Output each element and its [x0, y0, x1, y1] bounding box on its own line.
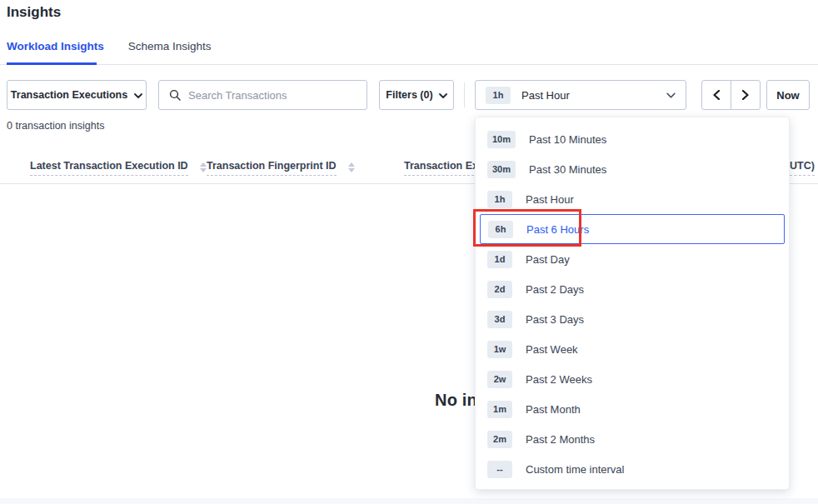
column-header-label: Transaction Fingerprint ID — [207, 160, 337, 176]
time-option-badge: 2m — [487, 431, 512, 448]
time-option-30m[interactable]: 30mPast 30 Minutes — [480, 154, 785, 184]
time-option-badge: 1d — [487, 251, 512, 268]
time-option-label: Past 2 Months — [526, 433, 595, 446]
time-option-badge: 1w — [487, 341, 512, 358]
time-option-badge: -- — [487, 461, 512, 478]
results-count: 0 transaction insights — [7, 120, 104, 132]
tabs-divider — [0, 64, 818, 65]
chevron-right-icon — [742, 90, 749, 100]
now-button[interactable]: Now — [766, 80, 810, 110]
search-input[interactable] — [188, 89, 357, 102]
sort-up-arrow — [200, 162, 207, 167]
column-header-latest-transaction-execution-id: Latest Transaction Execution ID — [30, 160, 207, 176]
time-option-badge: 1m — [487, 401, 512, 418]
time-option-label: Past 6 Hours — [526, 223, 589, 236]
time-option-6h[interactable]: 6hPast 6 Hours — [480, 214, 785, 244]
time-option-label: Past 2 Weeks — [526, 373, 592, 386]
sort-up-arrow — [348, 162, 355, 167]
column-header-label: Latest Transaction Execution ID — [30, 160, 188, 176]
chevron-down-icon — [666, 89, 676, 101]
filters-dropdown[interactable]: Filters (0) — [379, 80, 454, 110]
sort-icon[interactable] — [200, 162, 207, 172]
time-range-badge: 1h — [486, 87, 511, 104]
sort-down-arrow — [348, 168, 355, 172]
time-option-label: Past Hour — [526, 193, 574, 206]
time-option-1d[interactable]: 1dPast Day — [480, 244, 785, 274]
time-option-label: Past Day — [526, 253, 570, 266]
page-title: Insights — [7, 4, 61, 21]
search-box — [158, 80, 367, 110]
time-option-1h[interactable]: 1hPast Hour — [480, 184, 785, 214]
column-header-fragment-utc: UTC) — [790, 160, 815, 176]
time-option-2d[interactable]: 2dPast 2 Days — [480, 274, 785, 304]
next-range-button[interactable] — [731, 80, 761, 110]
chevron-down-icon — [439, 89, 447, 101]
filters-label: Filters (0) — [386, 89, 432, 101]
column-header-transaction-execution: Transaction Ex — [404, 160, 478, 176]
time-option-[interactable]: --Custom time interval — [480, 454, 785, 484]
time-option-1w[interactable]: 1wPast Week — [480, 334, 785, 364]
time-option-badge: 2d — [487, 281, 512, 298]
time-option-badge: 10m — [487, 131, 516, 148]
chevron-left-icon — [713, 90, 720, 100]
page-background-strip — [0, 498, 818, 504]
column-header-transaction-fingerprint-id: Transaction Fingerprint ID — [207, 160, 355, 176]
time-option-badge: 30m — [487, 161, 516, 178]
search-icon — [169, 89, 181, 101]
time-option-label: Past 3 Days — [526, 313, 584, 326]
tab-schema-insights[interactable]: Schema Insights — [128, 40, 212, 61]
insights-page: Insights Workload Insights Schema Insigh… — [0, 0, 818, 504]
column-header-label: Transaction Ex — [404, 160, 478, 176]
time-range-dropdown-menu: 10mPast 10 Minutes30mPast 30 Minutes1hPa… — [475, 117, 790, 490]
time-option-label: Past Month — [526, 403, 581, 416]
time-option-3d[interactable]: 3dPast 3 Days — [480, 304, 785, 334]
sort-icon[interactable] — [348, 162, 355, 172]
time-option-1m[interactable]: 1mPast Month — [480, 394, 785, 424]
time-option-2m[interactable]: 2mPast 2 Months — [480, 424, 785, 454]
time-range-label: Past Hour — [521, 89, 570, 102]
time-option-label: Past 2 Days — [526, 283, 584, 296]
time-range-pager — [701, 80, 761, 110]
active-tab-underline — [7, 62, 97, 65]
view-type-label: Transaction Executions — [11, 89, 127, 101]
time-option-badge: 6h — [488, 221, 513, 238]
time-range-select[interactable]: 1h Past Hour — [475, 80, 686, 110]
toolbar-divider — [464, 82, 465, 107]
time-option-2w[interactable]: 2wPast 2 Weeks — [480, 364, 785, 394]
time-option-badge: 1h — [487, 191, 512, 208]
time-option-label: Custom time interval — [526, 463, 624, 476]
sort-down-arrow — [200, 168, 207, 172]
time-option-label: Past 10 Minutes — [529, 133, 606, 146]
view-type-dropdown[interactable]: Transaction Executions — [7, 80, 147, 110]
time-option-label: Past Week — [526, 343, 578, 356]
prev-range-button[interactable] — [701, 80, 731, 110]
time-option-badge: 2w — [487, 371, 512, 388]
time-option-label: Past 30 Minutes — [529, 163, 606, 176]
time-option-10m[interactable]: 10mPast 10 Minutes — [480, 124, 785, 154]
tab-workload-insights[interactable]: Workload Insights — [7, 40, 104, 61]
chevron-down-icon — [134, 89, 142, 101]
time-option-badge: 3d — [487, 311, 512, 328]
tab-bar: Workload Insights Schema Insights — [7, 40, 212, 61]
